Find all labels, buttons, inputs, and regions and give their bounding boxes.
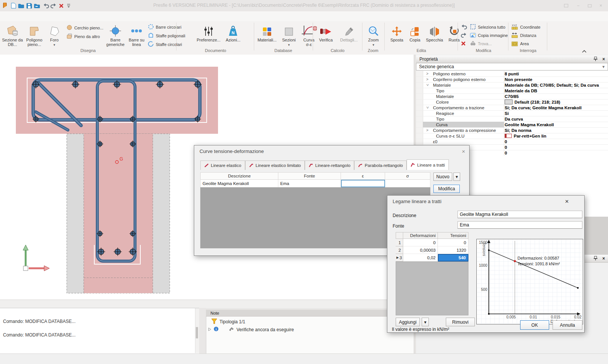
aggiungi-button[interactable]: Aggiungi: [396, 318, 420, 326]
expander-icon[interactable]: >: [425, 83, 430, 87]
undo-small-button[interactable]: [461, 23, 467, 31]
dettagli-button[interactable]: Dettagli...: [338, 23, 360, 50]
materiali-button[interactable]: Materiali...: [256, 23, 278, 50]
barre-generiche-button[interactable]: Barre generiche: [106, 23, 125, 50]
stress-strain-chart[interactable]: 500 1000 1500 0.005 0.01 0.015 0.02 Defo…: [476, 239, 583, 324]
minimize-icon[interactable]: −: [574, 3, 582, 9]
cell-tensioni[interactable]: 1320: [438, 246, 468, 254]
curve-row-descrizione[interactable]: Geolite Magma Kerakoll: [200, 180, 278, 187]
column-header-deformazioni[interactable]: Deformazioni: [403, 232, 438, 239]
zoom-button[interactable]: ⤡⤢ Zoom ▾: [364, 23, 383, 50]
property-row[interactable]: > Materiale Materiale da DB; C70/85; Def…: [416, 82, 608, 88]
copia-button[interactable]: Copia: [407, 23, 423, 50]
expander-icon[interactable]: >: [425, 106, 430, 110]
curve-row-sigma-cell[interactable]: [385, 180, 430, 187]
group-label-documento: Documento: [177, 48, 254, 53]
sezione-db-label: Sezione da DB...: [2, 38, 23, 47]
property-row[interactable]: Tipo Materiale da DB: [416, 88, 608, 94]
column-header-eps[interactable]: ε: [341, 172, 385, 180]
pin-icon[interactable]: [594, 256, 597, 262]
foro-button[interactable]: Foro ▾: [46, 23, 63, 50]
cell-tensioni-selected[interactable]: 540: [438, 254, 468, 262]
curve-row-fonte[interactable]: Ema: [278, 180, 341, 187]
tab-lineare-rettangolo[interactable]: Lineare-rettangolo: [305, 161, 354, 170]
column-header-tensioni[interactable]: Tensioni: [438, 232, 468, 239]
cerchio-pieno-button[interactable]: Cerchio pieno...: [66, 24, 103, 32]
sposta-button[interactable]: Sposta: [388, 23, 406, 50]
close-panel-icon[interactable]: ×: [602, 256, 605, 261]
panel-gutter: [199, 308, 206, 353]
sezioni-button[interactable]: Sezioni ▾: [280, 23, 298, 50]
annotation-tensioni: Tensioni: 1091.8 kN/m²: [517, 262, 560, 266]
property-row-selected[interactable]: Curva Geolite Magma Kerakoll: [416, 122, 608, 128]
cell-deformazioni[interactable]: 0,02: [403, 254, 438, 262]
ok-button[interactable]: OK: [520, 320, 549, 330]
staffe-circolari-button[interactable]: Staffe circolari: [148, 41, 182, 48]
ruota-button[interactable]: Ruota: [446, 23, 462, 50]
expander-icon[interactable]: >: [425, 72, 429, 76]
coordinate-button[interactable]: XYZ Coordinate: [511, 23, 540, 31]
close-panel-icon[interactable]: ×: [602, 57, 605, 62]
annulla-button[interactable]: Annulla: [553, 320, 582, 330]
staffe-poligonali-button[interactable]: Staffe poligonali: [148, 32, 185, 40]
area-button[interactable]: Area: [511, 40, 529, 47]
property-row[interactable]: Reagisce Si: [416, 110, 608, 116]
preferenze-button[interactable]: Preferenze...: [196, 23, 221, 50]
curva-sigma-eps-button[interactable]: Curva σ-ε: [299, 23, 318, 50]
modifica-button[interactable]: Modifica: [433, 185, 460, 193]
distanza-button[interactable]: Distanza: [511, 32, 536, 39]
redo-small-button[interactable]: [461, 32, 467, 39]
command-console[interactable]: Comando: MODIFICA DATABASE... Comando: M…: [0, 308, 200, 354]
verifiche-row[interactable]: i Verifiche ancora da eseguire: [208, 326, 294, 333]
row-header: 1: [396, 239, 403, 246]
tab-lineare-elastico-limitato[interactable]: Lineare elastico limitato: [245, 161, 305, 170]
verifica-button[interactable]: Verifica: [316, 23, 336, 50]
property-row[interactable]: > Poligono esterno 8 punti: [416, 71, 608, 77]
tab-lineare-a-tratti[interactable]: Lineare a tratti: [407, 159, 449, 170]
property-row[interactable]: ε0 0: [416, 139, 608, 145]
aggiungi-dropdown-button[interactable]: ▾: [422, 318, 429, 326]
tab-parabola-rettangolo[interactable]: Parabola-rettangolo: [354, 161, 407, 170]
close-icon[interactable]: ×: [563, 198, 571, 205]
cell-deformazioni[interactable]: 0,00003: [403, 246, 438, 254]
expander-icon[interactable]: >: [425, 128, 429, 132]
expander-icon[interactable]: >: [425, 77, 429, 81]
trova-button[interactable]: Trova...: [470, 40, 492, 47]
collapse-ribbon-icon[interactable]: [582, 48, 587, 55]
close-icon[interactable]: ×: [597, 3, 605, 9]
barre-su-linea-button[interactable]: Barre su linea: [127, 23, 146, 50]
cell-tensioni[interactable]: 0: [438, 239, 468, 246]
pieno-da-altro-button[interactable]: Pieno da altro: [66, 33, 100, 40]
azioni-button[interactable]: N Azioni...: [223, 23, 243, 50]
column-header-sigma[interactable]: σ: [385, 172, 430, 180]
property-row[interactable]: Tipo Da curva: [416, 116, 608, 122]
property-row[interactable]: Materiale C70/85: [416, 93, 608, 99]
tab-lineare-elastico[interactable]: Lineare elastico: [200, 161, 245, 170]
property-row[interactable]: > Comportamento a trazione Si; Da curva;…: [416, 105, 608, 111]
curve-row-eps-cell[interactable]: [341, 180, 385, 187]
pin-icon[interactable]: [594, 57, 597, 62]
fonte-field[interactable]: Ema: [458, 221, 582, 229]
rimuovi-button[interactable]: Rimuovi: [446, 318, 475, 326]
poligono-pieno-button[interactable]: Poligono pieno...: [24, 23, 45, 50]
descrizione-field[interactable]: Geolite Magma Kerakoll: [458, 211, 582, 218]
property-row[interactable]: > Copriferro poligono esterno Non presen…: [416, 76, 608, 83]
close-icon[interactable]: ×: [460, 148, 467, 154]
property-row[interactable]: > Comportamento a compressione Si; Da no…: [416, 127, 608, 133]
seleziona-tutto-button[interactable]: Seleziona tutto: [470, 23, 505, 31]
nuovo-dropdown-button[interactable]: ▾: [453, 173, 460, 181]
maximize-icon[interactable]: [585, 3, 594, 9]
copia-immagine-button[interactable]: Copia immagine: [470, 32, 508, 39]
property-row[interactable]: Colore Default (218; 218; 218): [416, 99, 608, 105]
specchia-button[interactable]: Specchia: [424, 23, 445, 50]
property-row[interactable]: Curva σ-ε SLU Par-rett+Gen lin: [416, 133, 608, 139]
console-scrollbar-thumb[interactable]: [196, 327, 198, 338]
delete-small-button[interactable]: [461, 40, 466, 47]
nuovo-button[interactable]: Nuovo: [433, 173, 452, 181]
column-header-fonte[interactable]: Fonte: [278, 172, 341, 180]
cell-deformazioni[interactable]: 0: [403, 239, 438, 246]
column-header-descrizione[interactable]: Descrizione: [200, 172, 278, 180]
sezione-da-db-button[interactable]: Sezione da DB...: [2, 23, 23, 50]
section-selector[interactable]: Sezione generica ▾: [416, 63, 608, 70]
tipologia-row[interactable]: Tipologia 1/1: [211, 318, 245, 325]
